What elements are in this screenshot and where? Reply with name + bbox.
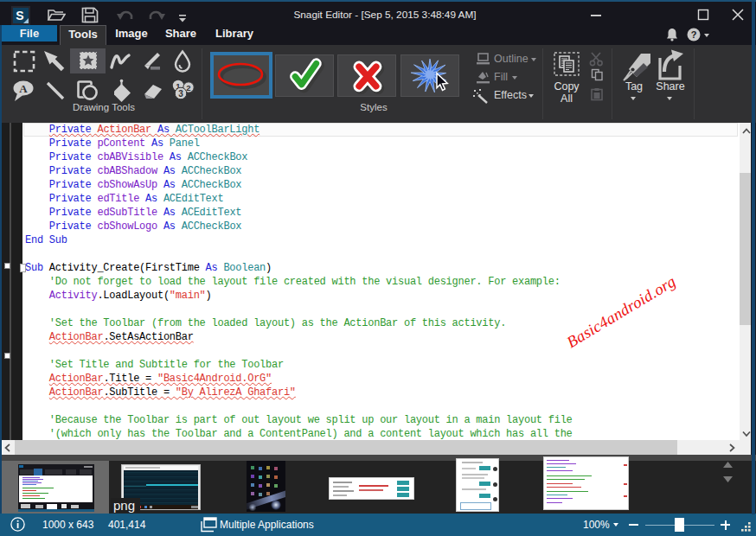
svg-text:?: ? <box>691 29 697 40</box>
